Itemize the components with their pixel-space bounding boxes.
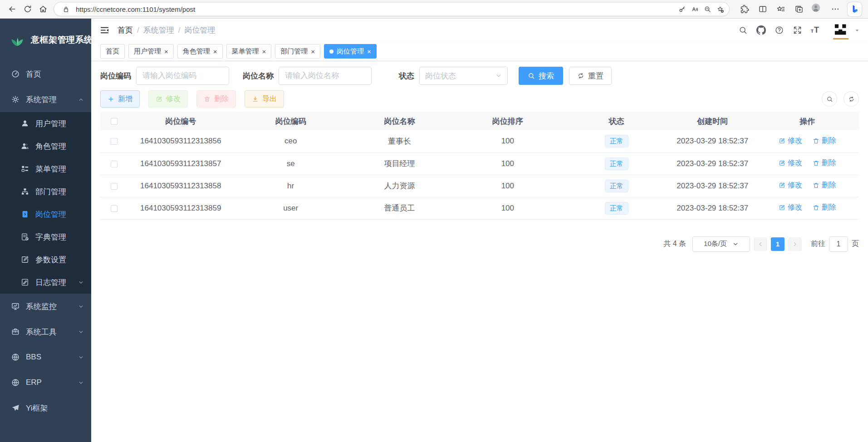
search-button[interactable]: 搜索 xyxy=(519,67,563,85)
sidebar-item-param-settings[interactable]: 参数设置 xyxy=(0,248,91,271)
browser-menu-icon[interactable] xyxy=(828,1,843,17)
cell-post-id: 1641030593112313859 xyxy=(128,197,234,219)
row-delete-link[interactable]: 删除 xyxy=(813,158,836,168)
caret-down-icon xyxy=(854,28,860,33)
close-icon[interactable]: × xyxy=(262,48,266,55)
user-menu[interactable] xyxy=(831,21,860,40)
table-row[interactable]: 1641030593112313858 hr 人力资源 100 正常 2023-… xyxy=(100,175,859,197)
app-frame: 意框架管理系统 首页 系统管理 用户管理 xyxy=(0,19,868,442)
close-icon[interactable]: × xyxy=(164,48,168,55)
tab-dept-mgmt[interactable]: 部门管理 × xyxy=(275,44,320,59)
search-icon[interactable] xyxy=(738,25,748,35)
sidebar-item-dict-mgmt[interactable]: 字典管理 xyxy=(0,226,91,248)
post-code-input[interactable] xyxy=(136,67,229,85)
row-delete-link[interactable]: 删除 xyxy=(813,203,836,212)
select-all-checkbox[interactable] xyxy=(111,118,118,125)
favorites-icon[interactable] xyxy=(773,1,789,17)
row-delete-link[interactable]: 删除 xyxy=(813,181,836,190)
tab-label: 用户管理 xyxy=(134,47,161,56)
sidebar-item-log-mgmt[interactable]: 日志管理 xyxy=(0,271,91,294)
user-icon xyxy=(20,119,29,128)
row-edit-link[interactable]: 修改 xyxy=(779,158,802,168)
row-delete-link[interactable]: 删除 xyxy=(813,136,836,146)
refresh-table-icon[interactable] xyxy=(843,91,859,107)
sidebar-item-bbs[interactable]: BBS xyxy=(0,344,91,370)
sidebar-item-post-mgmt[interactable]: 岗位管理 xyxy=(0,203,91,226)
help-icon[interactable] xyxy=(775,25,784,35)
reset-button[interactable]: 重置 xyxy=(569,67,612,85)
tab-post-mgmt[interactable]: 岗位管理 × xyxy=(324,44,377,59)
row-checkbox[interactable] xyxy=(111,138,118,145)
edit-button[interactable]: 修改 xyxy=(148,90,188,108)
goto-page-input[interactable] xyxy=(829,236,848,252)
close-icon[interactable]: × xyxy=(213,48,217,55)
plant-logo-icon xyxy=(9,32,25,48)
sidebar-item-system-tools[interactable]: 系统工具 xyxy=(0,319,91,344)
prev-page-button[interactable] xyxy=(754,237,767,251)
url-text[interactable]: https://ccnetcore.com:1101/system/post xyxy=(76,5,676,13)
table-row[interactable]: 1641030593112313856 ceo 董事长 100 正常 2023-… xyxy=(100,130,859,152)
row-checkbox[interactable] xyxy=(111,183,118,190)
browser-home-button[interactable] xyxy=(35,1,51,17)
cell-created: 2023-03-29 18:52:37 xyxy=(669,152,756,175)
password-key-icon[interactable] xyxy=(676,3,688,15)
back-icon xyxy=(8,5,17,14)
delete-button[interactable]: 删除 xyxy=(196,90,236,108)
cell-post-sort: 100 xyxy=(451,175,564,197)
next-page-button[interactable] xyxy=(788,237,802,251)
page-size-select[interactable]: 10条/页 xyxy=(692,236,750,252)
zoom-out-icon[interactable] xyxy=(701,3,714,15)
sidebar-item-dept-mgmt[interactable]: 部门管理 xyxy=(0,180,91,203)
sidebar-item-system-monitor[interactable]: 系统监控 xyxy=(0,294,91,319)
filter-form: 岗位编码 岗位名称 状态 岗位状态 xyxy=(100,67,859,85)
add-favorite-icon[interactable] xyxy=(714,3,726,15)
text-size-icon[interactable]: тT xyxy=(811,25,819,35)
sidebar-item-role-mgmt[interactable]: 角色管理 xyxy=(0,135,91,157)
row-checkbox[interactable] xyxy=(111,205,118,212)
tab-home[interactable]: 首页 xyxy=(100,44,125,59)
row-edit-link[interactable]: 修改 xyxy=(779,203,802,212)
cell-created: 2023-03-29 18:52:37 xyxy=(669,175,756,197)
status-select[interactable]: 岗位状态 xyxy=(419,67,508,85)
collections-icon[interactable] xyxy=(791,1,807,17)
browser-refresh-button[interactable] xyxy=(20,1,35,17)
status-badge: 正常 xyxy=(605,202,628,215)
sidebar-item-home[interactable]: 首页 xyxy=(0,61,91,87)
close-icon[interactable]: × xyxy=(311,48,315,55)
table-toolbar: 新增 修改 删除 导出 xyxy=(100,90,859,108)
fullscreen-icon[interactable] xyxy=(793,25,802,35)
status-badge: 正常 xyxy=(605,157,628,170)
post-name-input[interactable] xyxy=(279,67,372,85)
app-logo[interactable]: 意框架管理系统 xyxy=(0,19,91,61)
extensions-icon[interactable] xyxy=(737,1,752,17)
row-edit-link[interactable]: 修改 xyxy=(779,181,802,190)
breadcrumb-home[interactable]: 首页 xyxy=(118,25,133,35)
sidebar-item-user-mgmt[interactable]: 用户管理 xyxy=(0,112,91,135)
address-bar[interactable]: https://ccnetcore.com:1101/system/post xyxy=(54,2,730,16)
sidebar-item-system-mgmt[interactable]: 系统管理 xyxy=(0,87,91,112)
tab-menu-mgmt[interactable]: 菜单管理 × xyxy=(226,44,272,59)
tab-role-mgmt[interactable]: 角色管理 × xyxy=(177,44,223,59)
browser-back-button[interactable] xyxy=(5,1,20,17)
sidebar-item-yi-framework[interactable]: Yi框架 xyxy=(0,395,91,421)
add-button[interactable]: 新增 xyxy=(100,90,140,108)
sidebar-item-menu-mgmt[interactable]: 菜单管理 xyxy=(0,157,91,180)
row-checkbox[interactable] xyxy=(111,161,118,167)
split-screen-icon[interactable] xyxy=(755,1,770,17)
read-aloud-icon[interactable] xyxy=(688,3,701,15)
github-icon[interactable] xyxy=(756,25,766,35)
toggle-search-icon[interactable] xyxy=(822,91,837,107)
close-icon[interactable]: × xyxy=(367,48,371,55)
export-button[interactable]: 导出 xyxy=(245,90,284,108)
current-page-button[interactable]: 1 xyxy=(771,237,785,251)
profile-avatar[interactable] xyxy=(809,1,825,17)
avatar-underline xyxy=(833,38,848,39)
app-title: 意框架管理系统 xyxy=(31,34,91,46)
sidebar-item-erp[interactable]: ERP xyxy=(0,370,91,395)
tab-user-mgmt[interactable]: 用户管理 × xyxy=(128,44,174,59)
row-edit-link[interactable]: 修改 xyxy=(779,136,802,146)
table-row[interactable]: 1641030593112313857 se 项目经理 100 正常 2023-… xyxy=(100,152,859,175)
sidebar-fold-icon[interactable] xyxy=(99,25,110,35)
bing-chat-icon[interactable] xyxy=(848,2,862,16)
table-row[interactable]: 1641030593112313859 user 普通员工 100 正常 202… xyxy=(100,197,859,219)
